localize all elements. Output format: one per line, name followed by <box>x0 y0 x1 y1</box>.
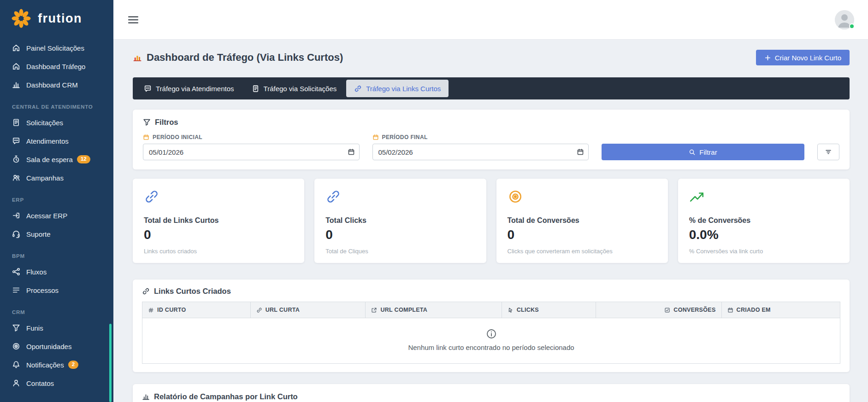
column-header-criado-em: CRIADO EM <box>721 302 840 318</box>
sidebar-item-contatos[interactable]: Contatos <box>0 374 113 392</box>
headset-icon <box>12 230 20 238</box>
check-square-icon <box>664 307 670 313</box>
box-arrow-icon <box>12 211 20 220</box>
filter-list-icon <box>825 148 832 156</box>
trending-up-icon <box>689 189 705 204</box>
sidebar-item-solicitacoes[interactable]: Solicitações <box>0 113 113 132</box>
sidebar-item-notificacoes[interactable]: Notificações 2 <box>0 355 113 374</box>
user-avatar[interactable] <box>835 10 854 29</box>
period-start-field: PERÍODO INICIAL <box>143 134 360 160</box>
sidebar-item-atendimentos[interactable]: Atendimentos <box>0 132 113 150</box>
house-icon <box>12 44 20 52</box>
journal-icon <box>12 118 20 127</box>
link-icon <box>325 189 341 204</box>
campaign-report-title: Relatório de Campanhas por Link Curto <box>142 392 840 401</box>
filter-options-button[interactable] <box>817 144 839 160</box>
empty-state-message: Nenhum link curto encontrado no período … <box>408 344 574 351</box>
waiting-room-count-badge: 12 <box>77 155 90 163</box>
column-header-url-curta: URL CURTA <box>250 302 366 318</box>
bar-chart-icon <box>142 393 150 401</box>
sidebar-section-label: ERP <box>0 187 113 206</box>
stat-card-total-conversoes: Total de Conversões 0 Clicks que convert… <box>496 179 668 263</box>
filter-button[interactable]: Filtrar <box>602 144 804 160</box>
traffic-tabs: Tráfego via Atendimentos Tráfego via Sol… <box>133 77 850 99</box>
short-links-title: Links Curtos Criados <box>142 287 840 296</box>
page-title: Dashboard de Tráfego (Via Links Curtos) <box>133 52 343 64</box>
link-icon <box>354 85 362 93</box>
logo[interactable]: frution <box>0 0 113 36</box>
sidebar-item-dashboard-trafego[interactable]: Dashboard Tráfego <box>0 57 113 76</box>
external-link-icon <box>371 307 377 313</box>
tab-trafego-via-atendimentos[interactable]: Tráfego via Atendimentos <box>136 80 242 97</box>
period-start-label: PERÍODO INICIAL <box>143 134 360 140</box>
menu-toggle-button[interactable] <box>127 14 139 26</box>
sidebar-item-painel-solicitacoes[interactable]: Painel Solicitações <box>0 39 113 57</box>
tab-trafego-via-links-curtos[interactable]: Tráfego via Links Curtos <box>346 80 449 97</box>
funnel-icon <box>12 324 20 332</box>
short-links-table: ID CURTO URL CURTA <box>142 302 840 364</box>
frution-flower-logo-icon <box>10 7 32 29</box>
sidebar-item-fluxos[interactable]: Fluxos <box>0 262 113 281</box>
column-header-conversoes: CONVERSÕES <box>596 302 722 318</box>
sidebar-section-label: CRM <box>0 299 113 319</box>
tab-trafego-via-solicitacoes[interactable]: Tráfego via Solicitações <box>244 80 345 97</box>
chat-dots-icon <box>12 137 20 145</box>
sidebar-item-sala-de-espera[interactable]: Sala de espera 12 <box>0 150 113 169</box>
online-status-dot <box>849 23 855 29</box>
empty-state-row: Nenhum link curto encontrado no período … <box>142 318 840 364</box>
column-header-clicks: CLICKS <box>502 302 596 318</box>
search-icon <box>689 149 696 156</box>
sidebar-item-funis[interactable]: Funis <box>0 319 113 337</box>
cursor-icon <box>508 307 514 313</box>
stat-card-total-clicks: Total Clicks 0 Total de Cliques <box>314 179 486 263</box>
calendar-picker-icon[interactable] <box>348 148 355 156</box>
stat-card-total-links-curtos: Total de Links Curtos 0 Links curtos cri… <box>133 179 304 263</box>
sidebar-item-oportunidades[interactable]: Oportunidades <box>0 337 113 355</box>
period-end-label: PERÍODO FINAL <box>372 134 589 140</box>
sidebar-scrollbar-thumb[interactable] <box>109 324 112 402</box>
sidebar-item-campanhas[interactable]: Campanhas <box>0 169 113 187</box>
sidebar-section-label: BPM <box>0 243 113 262</box>
create-short-link-button[interactable]: Criar Novo Link Curto <box>756 50 850 65</box>
sidebar-item-suporte[interactable]: Suporte <box>0 225 113 243</box>
column-header-id-curto: ID CURTO <box>142 302 251 318</box>
main-area: Dashboard de Tráfego (Via Links Curtos) … <box>113 0 868 402</box>
topbar <box>113 0 868 40</box>
person-icon <box>12 379 20 387</box>
calendar-icon <box>727 307 733 313</box>
calendar-icon <box>372 134 379 140</box>
stat-value: 0 <box>144 227 293 242</box>
bell-icon <box>12 361 20 369</box>
stats-row: Total de Links Curtos 0 Links curtos cri… <box>133 179 850 263</box>
hash-icon <box>148 307 154 313</box>
calendar-picker-icon[interactable] <box>577 148 584 156</box>
stat-value: 0 <box>508 227 657 242</box>
funnel-icon <box>143 118 151 126</box>
calendar-icon <box>143 134 149 140</box>
bar-chart-icon <box>12 81 20 89</box>
stopwatch-icon <box>12 155 20 163</box>
filters-title: Filtros <box>143 118 839 127</box>
journal-icon <box>252 85 260 93</box>
period-end-input[interactable] <box>372 144 589 160</box>
page-content: Dashboard de Tráfego (Via Links Curtos) … <box>113 40 868 402</box>
campaign-report-card: Relatório de Campanhas por Link Curto <box>133 384 850 402</box>
app-root: frution Painel Solicitações Dashboard Tr… <box>0 0 868 402</box>
period-start-input[interactable] <box>143 144 360 160</box>
chat-dots-icon <box>144 85 152 93</box>
link-icon <box>142 287 150 295</box>
list-icon <box>12 286 20 294</box>
filters-card: Filtros PERÍODO INICIAL <box>133 110 850 169</box>
stat-value: 0.0% <box>689 227 838 242</box>
sidebar-item-processos[interactable]: Processos <box>0 281 113 299</box>
people-icon <box>12 174 20 182</box>
chart-icon <box>133 53 142 62</box>
sidebar-nav: Painel Solicitações Dashboard Tráfego Da… <box>0 39 113 392</box>
sidebar-item-dashboard-crm[interactable]: Dashboard CRM <box>0 76 113 94</box>
period-end-field: PERÍODO FINAL <box>372 134 589 160</box>
notifications-count-badge: 2 <box>68 361 78 369</box>
bullseye-icon <box>508 189 523 204</box>
link-icon <box>256 307 262 313</box>
sidebar-item-acessar-erp[interactable]: Acessar ERP <box>0 206 113 225</box>
link-icon <box>144 189 159 204</box>
